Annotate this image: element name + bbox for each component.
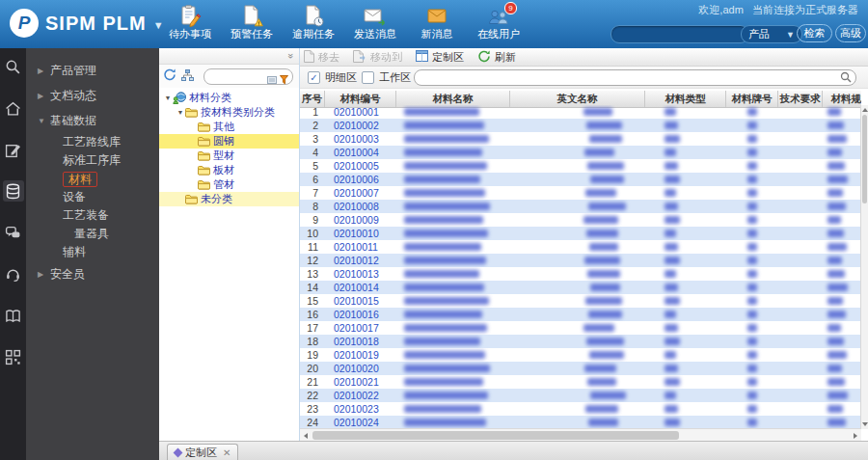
send-message-button[interactable]: 发送消息 xyxy=(349,4,401,41)
refresh-button[interactable]: 刷新 xyxy=(477,50,516,65)
tree-node-圆钢[interactable]: 圆钢 xyxy=(159,134,299,149)
tree-filter-funnel-icon[interactable] xyxy=(280,71,288,89)
remove-button[interactable]: 移去 xyxy=(304,50,339,65)
refresh-tree-icon[interactable] xyxy=(163,68,176,85)
triangle-right-icon: ▶ xyxy=(38,270,50,279)
vertical-scroll-thumb[interactable] xyxy=(862,115,867,203)
nav-item-文档动态[interactable]: ▶文档动态 xyxy=(26,83,159,108)
table-row[interactable]: 602010006 xyxy=(300,173,861,186)
nav-item-工艺装备[interactable]: 工艺装备 xyxy=(26,206,159,225)
database-icon[interactable] xyxy=(3,180,24,202)
cell-material-type-redacted xyxy=(645,146,726,159)
table-row[interactable]: 2102010021 xyxy=(300,375,861,389)
cell-material-type-redacted xyxy=(645,213,726,227)
library-icon[interactable] xyxy=(3,305,24,326)
tree-node-板材[interactable]: 板材 xyxy=(159,163,299,177)
table-row[interactable]: 1202010012 xyxy=(300,254,861,267)
scroll-right-icon[interactable] xyxy=(854,433,857,439)
messages-icon[interactable] xyxy=(3,222,24,243)
vertical-scrollbar[interactable] xyxy=(860,105,868,429)
tree-filter-list-icon[interactable] xyxy=(267,71,277,89)
tree-node-材料分类[interactable]: ▼材料分类 xyxy=(159,91,299,105)
tree-node-按材料类别分类[interactable]: ▼按材料类别分类 xyxy=(159,105,299,120)
nav-item-设备[interactable]: 设备 xyxy=(26,188,159,206)
collapse-panel-icon[interactable]: » xyxy=(285,53,296,59)
table-row[interactable]: 702010007 xyxy=(300,186,861,200)
table-row[interactable]: 202010002 xyxy=(300,119,861,132)
cell-material-grade-redacted xyxy=(726,267,778,281)
move-to-button[interactable]: 移动到 xyxy=(353,50,402,65)
table-row[interactable]: 902010009 xyxy=(300,213,861,227)
table-row[interactable]: 2002010020 xyxy=(300,362,861,375)
support-icon[interactable] xyxy=(3,263,24,284)
tree-node-管材[interactable]: 管材 xyxy=(159,177,299,192)
horizontal-scroll-thumb[interactable] xyxy=(312,431,679,440)
cell-english-name-redacted xyxy=(510,416,645,429)
global-search-input[interactable] xyxy=(610,25,749,43)
nav-item-工艺路线库[interactable]: 工艺路线库 xyxy=(26,133,159,151)
new-message-button[interactable]: 新消息 xyxy=(411,4,463,41)
tree-node-未分类[interactable]: 未分类 xyxy=(159,192,299,206)
work-area-checkbox[interactable] xyxy=(362,71,374,84)
edit-icon[interactable] xyxy=(3,139,24,160)
customize-area-button[interactable]: 定制区 xyxy=(416,50,464,65)
table-row[interactable]: 1602010016 xyxy=(300,308,861,321)
search-category-select[interactable]: 产品 ▼ xyxy=(741,25,802,43)
table-row[interactable]: 402010004 xyxy=(300,146,861,159)
nav-item-label: 文档动态 xyxy=(50,88,96,104)
table-row[interactable]: 1702010017 xyxy=(300,321,861,335)
qrcode-icon[interactable] xyxy=(3,346,24,367)
nav-item-产品管理[interactable]: ▶产品管理 xyxy=(26,58,159,83)
horizontal-scrollbar[interactable] xyxy=(300,428,861,442)
table-row[interactable]: 1302010013 xyxy=(300,267,861,281)
tree-node-型材[interactable]: 型材 xyxy=(159,149,299,163)
triangle-down-icon[interactable]: ▼ xyxy=(163,95,173,101)
table-row[interactable]: 1502010015 xyxy=(300,294,861,308)
tree-filter-input[interactable] xyxy=(203,68,293,85)
cell-material-type-redacted xyxy=(645,173,726,186)
customize-area-tab[interactable]: 定制区 ✕ xyxy=(167,444,238,460)
nav-item-辅料[interactable]: 辅料 xyxy=(26,243,159,261)
overdue-tasks-button[interactable]: 逾期任务 xyxy=(287,4,339,41)
table-row[interactable]: 502010005 xyxy=(300,159,861,173)
nav-item-安全员[interactable]: ▶安全员 xyxy=(26,261,159,286)
cell-material-spec-redacted xyxy=(823,173,861,186)
table-row[interactable]: 2202010022 xyxy=(300,389,861,402)
online-users-button[interactable]: 在线用户9 xyxy=(473,4,525,41)
close-icon[interactable]: ✕ xyxy=(223,447,231,458)
todo-tasks-button[interactable]: 待办事项 xyxy=(164,4,216,41)
chevron-down-icon: ▼ xyxy=(786,30,795,40)
todo-tasks-label: 待办事项 xyxy=(169,27,211,41)
advanced-search-button[interactable]: 高级 xyxy=(835,24,866,42)
alert-tasks-button[interactable]: 预警任务 xyxy=(226,4,278,41)
scroll-down-icon[interactable] xyxy=(862,422,868,426)
cell-material-grade-redacted xyxy=(726,416,778,429)
triangle-down-icon[interactable]: ▼ xyxy=(176,109,185,116)
nav-item-材料[interactable]: 材料 xyxy=(26,170,159,188)
table-row[interactable]: 1402010014 xyxy=(300,281,861,294)
cell-english-name-redacted xyxy=(510,119,645,132)
app-logo[interactable]: P SIPM PLM ▼ xyxy=(10,9,164,38)
scroll-up-icon[interactable] xyxy=(862,108,868,112)
table-row[interactable]: 802010008 xyxy=(300,200,861,213)
table-row[interactable]: 302010003 xyxy=(300,132,861,146)
table-row[interactable]: 1802010018 xyxy=(300,335,861,348)
search-button[interactable]: 检索 xyxy=(797,24,832,42)
table-row[interactable]: 1902010019 xyxy=(300,348,861,362)
table-row[interactable]: 2402010024 xyxy=(300,416,861,429)
table-row[interactable]: 1102010011 xyxy=(300,240,861,254)
table-row[interactable]: 1002010010 xyxy=(300,227,861,240)
detail-area-checkbox[interactable]: ✓ xyxy=(308,71,320,84)
tree-node-其他[interactable]: 其他 xyxy=(159,120,299,134)
search-icon[interactable] xyxy=(3,56,24,77)
table-row[interactable]: 2302010023 xyxy=(300,402,861,416)
scroll-left-icon[interactable] xyxy=(304,433,308,439)
table-row[interactable]: 102010001 xyxy=(300,105,861,119)
tree-structure-icon[interactable] xyxy=(181,68,194,85)
search-icon[interactable] xyxy=(840,71,852,85)
nav-item-量器具[interactable]: 量器具 xyxy=(26,225,159,243)
nav-item-基础数据[interactable]: ▼基础数据 xyxy=(26,108,159,133)
nav-item-标准工序库[interactable]: 标准工序库 xyxy=(26,151,159,170)
home-icon[interactable] xyxy=(3,97,24,119)
list-search-input[interactable] xyxy=(414,69,856,86)
